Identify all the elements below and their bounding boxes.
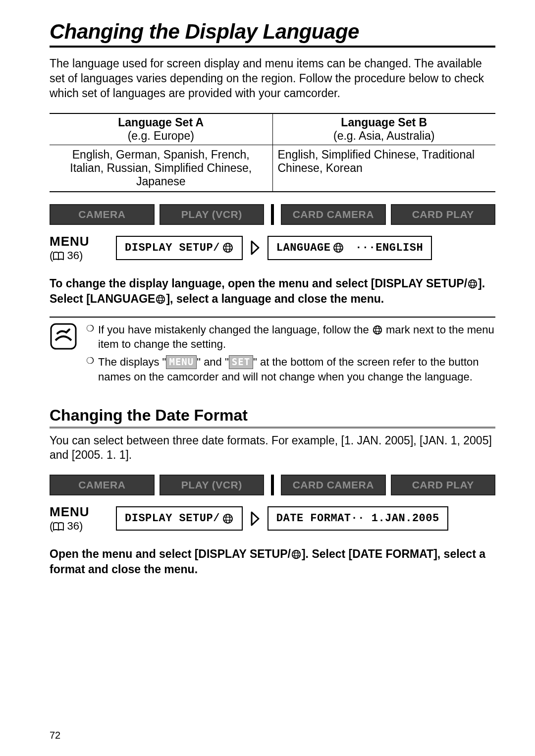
mode-separator	[271, 204, 274, 225]
menu-path-row: MENU ( 36) DISPLAY SETUP/ DATE FORMAT·· …	[50, 504, 495, 533]
svg-point-18	[375, 326, 379, 334]
svg-point-8	[469, 279, 477, 288]
path-date-format: DATE FORMAT·· 1.JAN.2005	[268, 506, 448, 531]
mode-card-camera: CARD CAMERA	[281, 204, 386, 225]
globe-icon	[467, 278, 478, 289]
note-item: The displays "MENU" and "SET" at the bot…	[86, 355, 495, 384]
path-display-setup: DISPLAY SETUP/	[116, 506, 243, 531]
svg-point-9	[471, 279, 474, 288]
globe-icon	[291, 549, 302, 560]
mode-play-vcr: PLAY (VCR)	[160, 204, 265, 225]
menu-label: MENU ( 36)	[50, 504, 109, 533]
instruction-2: Open the menu and select [DISPLAY SETUP/…	[50, 546, 495, 577]
mode-card-play: CARD PLAY	[391, 475, 496, 495]
arrow-right-icon	[250, 240, 261, 255]
svg-point-0	[223, 243, 232, 252]
menu-path-row: MENU ( 36) DISPLAY SETUP/ LANGUAGE ···EN…	[50, 234, 495, 262]
globe-icon	[332, 242, 344, 254]
svg-point-17	[374, 326, 382, 334]
svg-point-22	[226, 514, 230, 523]
mode-separator	[271, 475, 274, 495]
note-icon	[50, 323, 77, 387]
book-icon	[53, 252, 64, 261]
menu-chip: MENU	[166, 355, 197, 369]
svg-point-13	[159, 295, 162, 303]
path-display-setup: DISPLAY SETUP/	[116, 236, 243, 260]
table-header-b: Language Set B (e.g. Asia, Australia)	[272, 113, 495, 145]
menu-label: MENU ( 36)	[50, 234, 109, 262]
svg-point-21	[223, 514, 232, 523]
mode-camera: CAMERA	[50, 475, 155, 495]
table-cell-b: English, Simplified Chinese, Traditional…	[272, 145, 495, 192]
svg-point-4	[334, 243, 343, 252]
globe-icon	[222, 513, 234, 525]
svg-point-1	[226, 243, 230, 252]
table-cell-a: English, German, Spanish, French, Italia…	[50, 145, 272, 192]
mode-card-camera: CARD CAMERA	[281, 475, 386, 495]
instruction-1: To change the display language, open the…	[50, 276, 495, 307]
svg-point-26	[294, 550, 298, 559]
book-icon	[53, 522, 64, 531]
path-language: LANGUAGE ···ENGLISH	[268, 236, 432, 260]
note-item: If you have mistakenly changed the langu…	[86, 323, 495, 352]
intro-paragraph: The language used for screen display and…	[50, 56, 495, 101]
table-header-a: Language Set A (e.g. Europe)	[50, 113, 272, 145]
svg-point-5	[336, 243, 340, 252]
page-title: Changing the Display Language	[50, 20, 495, 48]
mode-row: CAMERA PLAY (VCR) CARD CAMERA CARD PLAY	[50, 204, 495, 225]
subtitle-date-format: Changing the Date Format	[50, 406, 495, 429]
mode-play-vcr: PLAY (VCR)	[160, 475, 265, 495]
divider	[50, 317, 495, 318]
page-number: 72	[50, 730, 60, 741]
arrow-right-icon	[250, 511, 261, 526]
globe-icon	[372, 324, 383, 335]
language-sets-table: Language Set A (e.g. Europe) Language Se…	[50, 113, 495, 192]
notes-block: If you have mistakenly changed the langu…	[50, 323, 495, 387]
globe-icon	[155, 294, 166, 305]
mode-row: CAMERA PLAY (VCR) CARD CAMERA CARD PLAY	[50, 475, 495, 495]
date-intro: You can select between three date format…	[50, 433, 495, 463]
svg-point-12	[157, 295, 165, 303]
svg-point-25	[292, 550, 301, 559]
mode-camera: CAMERA	[50, 204, 155, 225]
set-chip: SET	[229, 355, 253, 369]
globe-icon	[222, 242, 234, 254]
mode-card-play: CARD PLAY	[391, 204, 496, 225]
